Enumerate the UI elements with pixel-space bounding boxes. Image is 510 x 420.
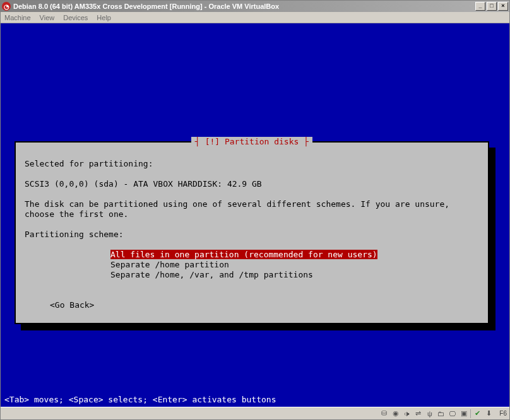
dialog-heading: Selected for partitioning: <box>25 159 153 168</box>
option-list: All files in one partition (recommended … <box>110 250 479 280</box>
menu-view[interactable]: View <box>40 14 55 21</box>
guest-additions-icon[interactable]: ✔ <box>473 409 482 418</box>
network-icon[interactable]: ⇌ <box>413 409 423 418</box>
window-controls: _ □ × <box>474 2 508 11</box>
host-key-icon[interactable]: ⬇ <box>484 409 494 418</box>
scheme-label: Partitioning scheme: <box>25 230 124 239</box>
maximize-button[interactable]: □ <box>487 2 497 11</box>
dialog-description: The disk can be partitioned using one of… <box>25 199 449 219</box>
shared-folder-icon[interactable]: 🗀 <box>436 409 446 418</box>
close-button[interactable]: × <box>498 2 508 11</box>
option-separate-home[interactable]: Separate /home partition <box>110 260 229 269</box>
statusbar: ⛁ ◉ 🕩 ⇌ ψ 🗀 🖵 ▣ ✔ ⬇ F6 <box>1 407 509 419</box>
status-separator <box>470 409 471 418</box>
vm-viewport[interactable]: ┤ [!] Partition disks ├ Selected for par… <box>1 23 509 407</box>
hdd-icon[interactable]: ⛁ <box>379 409 389 418</box>
option-all-files[interactable]: All files in one partition (recommended … <box>110 250 377 259</box>
partition-dialog: ┤ [!] Partition disks ├ Selected for par… <box>15 141 489 324</box>
menu-machine[interactable]: Machine <box>4 14 31 21</box>
usb-icon[interactable]: ψ <box>425 409 434 418</box>
go-back-button[interactable]: <Go Back> <box>50 300 94 310</box>
window-title: Debian 8.0 (64 bit) AM335x Cross Develop… <box>13 3 474 10</box>
audio-icon[interactable]: 🕩 <box>402 409 412 418</box>
recording-icon[interactable]: ▣ <box>459 409 468 418</box>
display-icon[interactable]: 🖵 <box>448 409 457 418</box>
vbox-window: ◔ Debian 8.0 (64 bit) AM335x Cross Devel… <box>0 0 510 420</box>
app-icon: ◔ <box>2 2 11 11</box>
host-key-label: F6 <box>499 410 507 417</box>
option-separate-home-var-tmp[interactable]: Separate /home, /var, and /tmp partition… <box>110 270 313 279</box>
device-line: SCSI3 (0,0,0) (sda) - ATA VBOX HARDDISK:… <box>25 179 262 189</box>
optical-icon[interactable]: ◉ <box>391 409 400 418</box>
dialog-title: ┤ [!] Partition disks ├ <box>191 137 312 146</box>
hint-bar: <Tab> moves; <Space> selects; <Enter> ac… <box>1 394 509 407</box>
menu-help[interactable]: Help <box>97 14 111 21</box>
minimize-button[interactable]: _ <box>475 2 485 11</box>
titlebar[interactable]: ◔ Debian 8.0 (64 bit) AM335x Cross Devel… <box>1 1 509 12</box>
menubar: Machine View Devices Help <box>1 12 509 23</box>
menu-devices[interactable]: Devices <box>63 14 88 21</box>
